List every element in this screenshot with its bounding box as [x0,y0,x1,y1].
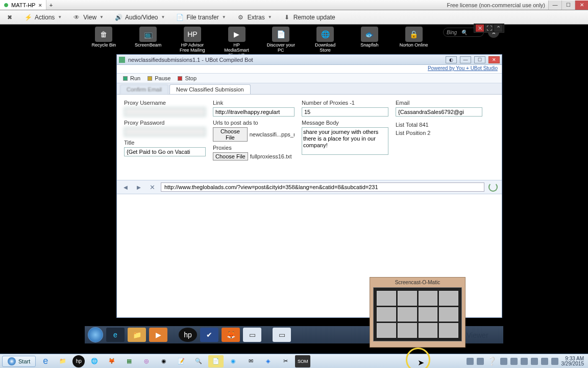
remote-tb-ie[interactable]: e [106,328,125,342]
reload-icon[interactable] [488,182,498,192]
tv-actions[interactable]: ⚡Actions▼ [22,14,64,21]
host-tb-notepad[interactable]: 📝 [174,355,189,367]
remote-start-button[interactable] [88,327,103,342]
proxies-choose-file-button[interactable]: Choose File [213,152,248,160]
tray-icon[interactable] [510,358,518,365]
label-link: Link [213,100,295,106]
host-tb-mail[interactable]: ✉ [243,355,258,367]
host-tb-snip[interactable]: ✂ [278,355,293,367]
title-input[interactable] [124,147,206,156]
tray-icon[interactable] [477,358,484,365]
label-proxy-pass: Proxy Password [124,120,206,126]
host-tb-globe[interactable]: 🌐 [87,355,102,367]
launch-discover-your-pc[interactable]: 📄Discover your PC [266,27,296,54]
launch-recycle-bin[interactable]: 🗑Recycle Bin [89,27,119,54]
host-tb-hp[interactable]: hp [72,355,85,367]
strip-close-icon[interactable]: ✕ [476,25,484,32]
app-icon [119,57,125,63]
close-button[interactable]: ✕ [575,1,588,10]
remote-tb-firefox[interactable]: 🦊 [222,328,240,342]
pause-button[interactable]: Pause [148,75,170,81]
nav-back-button[interactable]: ◄ [121,182,130,192]
help-icon[interactable]: ❔ [487,356,497,366]
nav-forward-button[interactable]: ► [134,182,143,192]
tray-icon[interactable] [467,358,474,365]
host-tb-ie[interactable]: e [38,355,53,367]
add-tab-button[interactable]: + [46,2,56,8]
proxy-user-input[interactable] [124,107,206,117]
host-tb-chrome[interactable]: ◉ [156,355,172,367]
tray-network-icon[interactable] [541,358,548,365]
host-tb-sticky[interactable]: 📄 [208,355,224,367]
ubot-help-button[interactable]: ◐ [446,56,457,63]
close-tab-icon[interactable]: × [38,2,41,8]
urls-choose-file-button[interactable]: Choose File [213,127,248,142]
file-icon: 📄 [176,14,183,21]
preview-title: Screencast-O-Matic [370,278,465,287]
launch-hp-mediasmart-play-hp[interactable]: ▶HP MediaSmart Play HP [222,27,252,54]
email-input[interactable] [396,107,482,117]
label-proxies: Proxies [213,145,295,151]
host-tb-magnify[interactable]: 🔍 [191,355,206,367]
num-proxies-input[interactable] [302,107,388,117]
launch-norton-online[interactable]: 🔒Norton Online [399,27,429,54]
launch-icon: ▶ [228,27,246,42]
host-start-button[interactable]: Start [2,356,36,367]
tv-remote-update[interactable]: ⬇Remote update [281,14,337,21]
launch-screenbeam[interactable]: 📺ScreenBeam [133,27,163,54]
nav-stop-button[interactable]: ✕ [148,182,157,192]
tv-audio[interactable]: 🔊Audio/Video▼ [113,14,167,21]
session-tab[interactable]: MATT-HP × [0,0,46,10]
launch-icon: 🗑 [95,27,112,42]
tray-icon[interactable] [500,358,507,365]
launch-icon: HP [184,27,201,42]
remote-strip-controls[interactable]: ✕ ⛶ ⌃ [474,24,504,33]
remote-tb-window2[interactable]: ▭ [273,328,291,342]
system-clock[interactable]: 9:33 AM 3/29/2015 [561,356,586,366]
ubot-titlebar[interactable]: newclassifiedsubmissions1.1 - UBot Compi… [117,55,502,65]
minimize-button[interactable]: — [548,1,561,10]
license-text: Free license (non-commercial use only) [447,2,548,8]
taskbar-preview[interactable]: Screencast-O-Matic [370,277,465,348]
host-tb-teamviewer[interactable]: ◈ [260,355,276,367]
download-icon: ⬇ [283,14,290,21]
host-tb-explorer[interactable]: 📁 [55,355,70,367]
host-tb-firefox[interactable]: 🦊 [104,355,119,367]
tray-icon[interactable] [531,358,538,365]
tv-view[interactable]: 👁View▼ [71,14,106,21]
tv-file[interactable]: 📄File transfer▼ [174,14,228,21]
strip-collapse-icon[interactable]: ⌃ [494,25,502,32]
ubot-maximize-button[interactable]: ☐ [474,56,485,63]
launch-hp-advisor-free-mailing[interactable]: HPHP Advisor Free Mailing [178,27,208,54]
tray-icon[interactable] [521,358,528,365]
label-title: Title [124,140,206,146]
tv-close[interactable]: ✖ [4,14,15,21]
remote-tb-media[interactable]: ▶ [149,328,167,342]
powered-link[interactable]: Powered by You + UBot Studio [428,65,498,71]
tab-confirm-email[interactable]: Confirm Email [120,84,168,94]
run-button[interactable]: Run [123,75,140,81]
ubot-close-button[interactable]: ✕ [488,56,500,63]
label-email: Email [396,100,482,106]
host-tb-skype[interactable]: ◉ [226,355,241,367]
host-tb-media[interactable]: ◎ [139,355,154,367]
maximize-button[interactable]: ☐ [561,1,575,10]
remote-tb-check[interactable]: ✔ [200,328,218,342]
stop-button[interactable]: Stop [178,75,197,81]
host-tb-screencast[interactable]: SOM [295,355,310,367]
launch-snapfish[interactable]: 🐟Snapfish [355,27,385,54]
strip-fullscreen-icon[interactable]: ⛶ [485,25,493,32]
remote-tb-window1[interactable]: ▭ [243,328,261,342]
ubot-minimize-button[interactable]: — [460,56,471,63]
proxy-pass-input[interactable] [124,127,206,136]
remote-tb-explorer[interactable]: 📁 [128,328,146,342]
host-tb-excel[interactable]: ▦ [121,355,137,367]
link-input[interactable] [213,107,295,117]
tv-extras[interactable]: ⚙Extras▼ [235,14,274,21]
message-body-textarea[interactable]: share your journey with others there is … [302,127,388,155]
tray-volume-icon[interactable] [551,358,558,365]
launch-download-store[interactable]: 🌐Download Store [310,27,340,54]
remote-tb-hp[interactable]: hp [179,328,197,342]
address-bar[interactable] [161,182,484,192]
tab-new-classified[interactable]: New Classified Submission [169,84,251,94]
